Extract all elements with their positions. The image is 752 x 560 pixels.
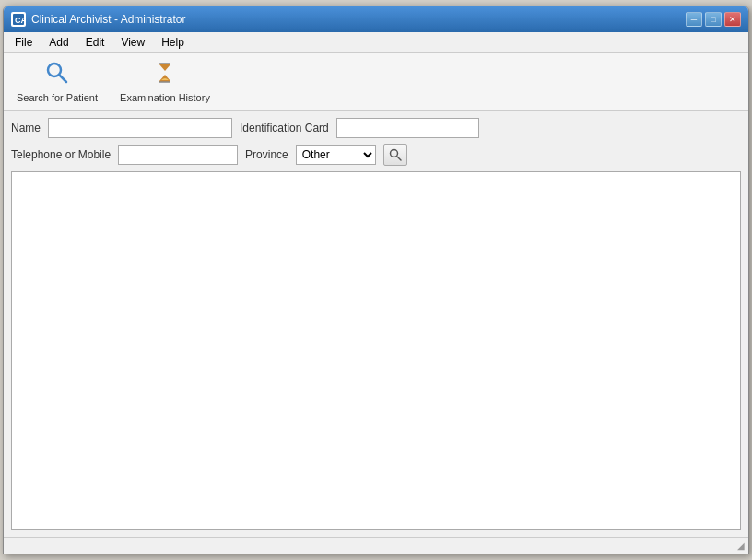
search-patient-button[interactable]: Search for Patient	[11, 57, 103, 106]
menu-file[interactable]: File	[7, 34, 40, 51]
menu-view[interactable]: View	[113, 34, 152, 51]
exam-history-icon	[152, 60, 178, 89]
resize-handle: ◢	[737, 541, 745, 551]
search-patient-icon	[44, 60, 70, 89]
id-card-label: Identification Card	[240, 122, 329, 134]
app-icon: CA	[11, 12, 26, 27]
close-button[interactable]: ✕	[724, 12, 741, 27]
minimize-button[interactable]: ─	[686, 12, 702, 27]
search-execute-icon	[388, 147, 403, 162]
status-bar: ◢	[4, 537, 748, 554]
search-patient-label: Search for Patient	[17, 92, 98, 103]
id-card-input[interactable]	[336, 118, 479, 138]
title-bar-buttons: ─ □ ✕	[686, 12, 741, 27]
menu-add[interactable]: Add	[41, 34, 76, 51]
exam-history-button[interactable]: Examination History	[114, 57, 216, 106]
title-bar-left: CA Clinical Archivist - Administrator	[11, 12, 185, 27]
svg-line-7	[397, 157, 401, 160]
name-label: Name	[11, 122, 41, 134]
province-select[interactable]: Other Bangkok Chiang Mai Phuket Khon Kae…	[296, 145, 376, 165]
phone-label: Telephone or Mobile	[11, 148, 111, 161]
phone-row: Telephone or Mobile Province Other Bangk…	[11, 144, 741, 166]
content-area: Name Identification Card Telephone or Mo…	[4, 111, 748, 537]
menu-bar: File Add Edit View Help	[4, 32, 748, 53]
maximize-button[interactable]: □	[705, 12, 722, 27]
name-input[interactable]	[48, 118, 232, 138]
exam-history-label: Examination History	[120, 92, 210, 103]
province-label: Province	[245, 148, 288, 161]
search-execute-button[interactable]	[383, 144, 407, 166]
main-window: CA Clinical Archivist - Administrator ─ …	[3, 6, 749, 554]
svg-line-3	[60, 76, 67, 83]
svg-point-6	[390, 150, 397, 158]
menu-edit[interactable]: Edit	[78, 34, 112, 51]
name-row: Name Identification Card	[11, 118, 741, 138]
title-bar: CA Clinical Archivist - Administrator ─ …	[4, 6, 748, 32]
results-grid[interactable]	[11, 171, 741, 530]
menu-help[interactable]: Help	[154, 34, 192, 51]
toolbar: Search for Patient Examination History	[4, 53, 748, 111]
svg-text:CA: CA	[15, 16, 25, 25]
window-title: Clinical Archivist - Administrator	[31, 13, 185, 26]
phone-input[interactable]	[118, 145, 238, 165]
